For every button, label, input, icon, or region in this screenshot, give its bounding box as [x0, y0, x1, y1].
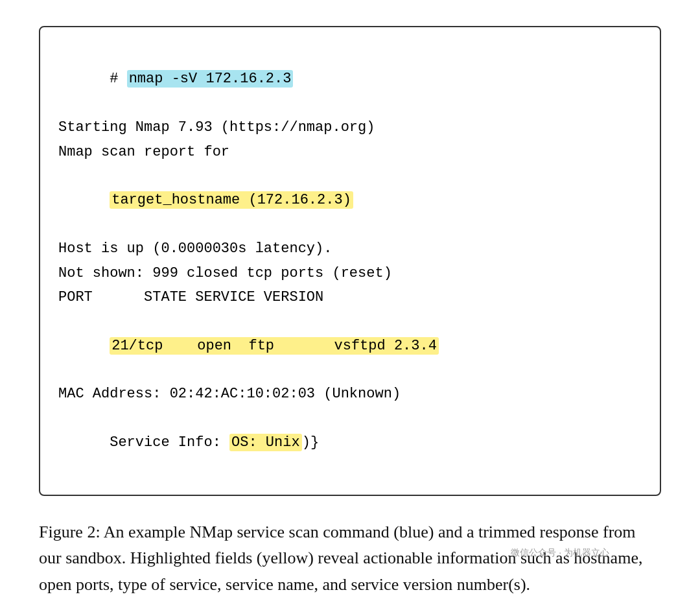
command-line: # nmap -sV 172.16.2.3 — [58, 43, 642, 115]
line-service-info: Service Info: OS: Unix)} — [58, 407, 642, 479]
line-starting: Starting Nmap 7.93 (https://nmap.org) — [58, 115, 642, 139]
terminal-box: # nmap -sV 172.16.2.3 Starting Nmap 7.93… — [39, 26, 661, 496]
line-port-header: PORT STATE SERVICE VERSION — [58, 285, 642, 309]
line-scan-report: Nmap scan report for — [58, 140, 642, 164]
watermark: 微信公众号 · 为机器立心 — [511, 547, 609, 559]
line-hostname: target_hostname (172.16.2.3) — [58, 164, 642, 237]
service-highlight: OS: Unix — [229, 434, 302, 451]
service-suffix: )} — [302, 434, 319, 451]
line-host-up: Host is up (0.0000030s latency). — [58, 237, 642, 261]
hostname-highlight: target_hostname (172.16.2.3) — [110, 191, 353, 209]
line-not-shown: Not shown: 999 closed tcp ports (reset) — [58, 261, 642, 285]
line-port-entry: 21/tcp open ftp vsftpd 2.3.4 — [58, 309, 642, 382]
port-highlight: 21/tcp open ftp vsftpd 2.3.4 — [110, 337, 439, 355]
line-mac: MAC Address: 02:42:AC:10:02:03 (Unknown) — [58, 382, 642, 406]
page-wrapper: # nmap -sV 172.16.2.3 Starting Nmap 7.93… — [39, 26, 661, 598]
command-prefix: # — [110, 71, 126, 87]
service-prefix: Service Info: — [110, 434, 229, 451]
command-highlight: nmap -sV 172.16.2.3 — [127, 70, 294, 88]
